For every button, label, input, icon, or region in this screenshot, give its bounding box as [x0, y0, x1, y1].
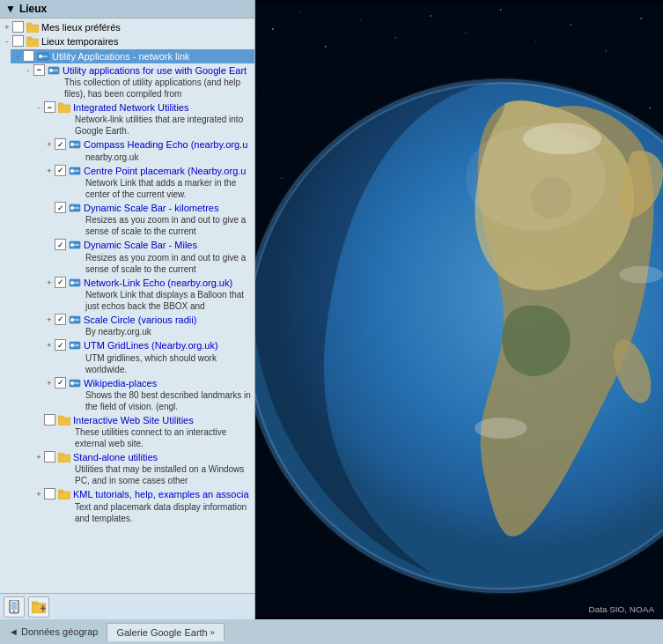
utility-apps-link-label: Utility applications for use with Google…: [63, 64, 253, 77]
svg-point-62: [263, 90, 264, 91]
checkbox-scale-km[interactable]: [55, 202, 66, 213]
integrated-label: Integrated Network Utilities: [73, 101, 253, 114]
checkbox-standalone[interactable]: [44, 451, 55, 463]
svg-point-58: [535, 41, 536, 42]
tree-row-integrated[interactable]: - Integrated Network Utilities Network-l…: [32, 100, 254, 137]
tab-arrow-icon: »: [210, 628, 215, 637]
bottom-icons: [4, 596, 251, 618]
expander-echo[interactable]: +: [44, 277, 55, 289]
checkbox-centre[interactable]: [55, 165, 66, 176]
checkbox-integrated[interactable]: [44, 101, 55, 113]
svg-point-54: [395, 37, 396, 38]
folder-icon-interactive-web: [57, 414, 71, 426]
panel-header[interactable]: ▼ Lieux: [0, 0, 254, 19]
svg-point-75: [466, 125, 606, 230]
expander-scale-circle[interactable]: +: [44, 314, 55, 326]
expander-integrated[interactable]: -: [33, 101, 44, 114]
tree-row-compass[interactable]: + Compass Heading Echo (nearby.org.u nea…: [42, 137, 254, 163]
panel-header-title: Lieux: [19, 3, 47, 15]
checkbox-interactive-web[interactable]: [44, 414, 55, 426]
globe-area: Data SIO, NOAA: [255, 0, 663, 619]
interactive-web-label: Interactive Web Site Utilities: [73, 414, 253, 426]
expander-utility-apps-link[interactable]: -: [23, 64, 33, 77]
tree-item-centre: + Centre Point placemark (Nearby.org.u N…: [42, 164, 254, 201]
checkbox-kml[interactable]: [44, 488, 55, 500]
checkbox-utm[interactable]: [55, 339, 66, 351]
tree-row-utility-apps[interactable]: - Utility Applications - network link: [11, 49, 254, 63]
expander-standalone[interactable]: +: [33, 451, 44, 463]
scale-circle-label: Scale Circle (various radii): [84, 314, 253, 326]
tree-row-utm[interactable]: + UTM GridLines (Nearby.org.uk) UTM grid…: [42, 338, 254, 375]
network-icon-utm: [68, 339, 82, 352]
svg-point-64: [281, 178, 282, 179]
expander-utm[interactable]: +: [44, 339, 55, 352]
checkbox-wikipedia[interactable]: [55, 377, 66, 389]
tree-item-standalone: + Stand-alone utilities Utilities that m…: [32, 450, 254, 487]
tree-row-scale-miles[interactable]: Dynamic Scale Bar - Miles Resizes as you…: [42, 238, 254, 275]
folder-add-icon[interactable]: [28, 596, 49, 618]
checkbox-mes-lieux[interactable]: [12, 21, 24, 33]
scale-circle-desc: By nearby.org.uk: [85, 326, 253, 337]
tree-item-compass: + Compass Heading Echo (nearby.org.u nea…: [42, 137, 254, 163]
expander-kml[interactable]: +: [33, 488, 44, 500]
checkbox-scale-miles[interactable]: [55, 239, 66, 250]
network-icon-scale-miles: [68, 239, 82, 251]
expander-utility-apps[interactable]: -: [12, 50, 23, 63]
tree-row-mes-lieux[interactable]: + Mes lieux préférés: [0, 20, 254, 34]
svg-rect-36: [58, 418, 70, 426]
tree-row-interactive-web[interactable]: Interactive Web Site Utilities These uti…: [32, 413, 254, 450]
tab-galerie[interactable]: Galerie Google Earth »: [107, 623, 224, 641]
phone-icon[interactable]: [4, 596, 25, 618]
checkbox-scale-circle[interactable]: [55, 314, 66, 325]
checkbox-compass[interactable]: [55, 138, 66, 150]
expander-centre[interactable]: +: [44, 165, 55, 177]
tree-row-standalone[interactable]: + Stand-alone utilities Utilities that m…: [32, 450, 254, 487]
tree-row-echo[interactable]: + Network-Link Echo (nearby.org.uk) Netw…: [42, 276, 254, 313]
utm-desc: UTM gridlines, which should work worldwi…: [85, 352, 253, 375]
expander-lieux-temp[interactable]: -: [2, 35, 12, 48]
checkbox-echo[interactable]: [55, 277, 66, 288]
svg-rect-43: [11, 602, 17, 610]
wikipedia-label: Wikipedia-places: [84, 377, 253, 389]
expander-wikipedia[interactable]: +: [44, 377, 55, 389]
tree-row-scale-circle[interactable]: + Scale Circle (various radii) By nearby…: [42, 313, 254, 338]
compass-desc: nearby.org.uk: [85, 152, 253, 163]
svg-point-44: [13, 611, 15, 612]
checkbox-utility-apps-link[interactable]: [33, 64, 45, 76]
tree-row-centre[interactable]: + Centre Point placemark (Nearby.org.u N…: [42, 164, 254, 201]
svg-point-63: [649, 107, 651, 109]
svg-rect-39: [58, 453, 63, 455]
kml-desc: Text and placemark data display informat…: [75, 501, 253, 524]
folder-icon-integrated: [57, 101, 71, 114]
folder-icon-kml: [57, 488, 71, 500]
folder-icon-standalone: [57, 451, 71, 463]
echo-desc: Network Link that displays a Balloon tha…: [85, 289, 253, 312]
bottom-bar: [0, 593, 254, 619]
svg-point-51: [298, 11, 299, 11]
checkbox-utility-apps[interactable]: [23, 50, 34, 62]
expander-compass[interactable]: +: [44, 138, 55, 151]
svg-point-22: [70, 243, 74, 247]
tree-row-lieux-temp[interactable]: - Lieux temporaires: [0, 34, 254, 48]
svg-rect-10: [58, 105, 70, 113]
svg-point-16: [70, 169, 74, 173]
network-icon-utility-apps: [36, 50, 50, 63]
network-icon-utility-apps-link: [47, 64, 61, 77]
tab-donnees-geo[interactable]: ◄ Données géograp: [0, 623, 107, 640]
svg-point-59: [571, 24, 572, 26]
checkbox-lieux-temp[interactable]: [12, 35, 24, 47]
svg-point-53: [360, 19, 361, 20]
folder-icon-lieux-temp: [26, 35, 40, 48]
network-icon-scale-circle: [68, 314, 82, 326]
svg-point-57: [500, 9, 501, 10]
tree-row-kml[interactable]: + KML tutorials, help, examples an assoc…: [32, 487, 254, 524]
tree-row-scale-km[interactable]: Dynamic Scale Bar - kilometres Resizes a…: [42, 201, 254, 238]
tree-item-scale-circle: + Scale Circle (various radii) By nearby…: [42, 313, 254, 338]
svg-rect-40: [58, 492, 70, 500]
expander-mes-lieux[interactable]: +: [2, 21, 12, 33]
tree-row-utility-apps-link[interactable]: - Utility applications for use with Goog…: [21, 63, 254, 100]
standalone-label: Stand-alone utilities: [73, 451, 253, 463]
tree-row-wikipedia[interactable]: + Wikipedia-places Shows the 80 best des…: [42, 376, 254, 413]
svg-rect-1: [26, 23, 32, 26]
utility-apps-label: Utility Applications - network link: [52, 50, 253, 63]
